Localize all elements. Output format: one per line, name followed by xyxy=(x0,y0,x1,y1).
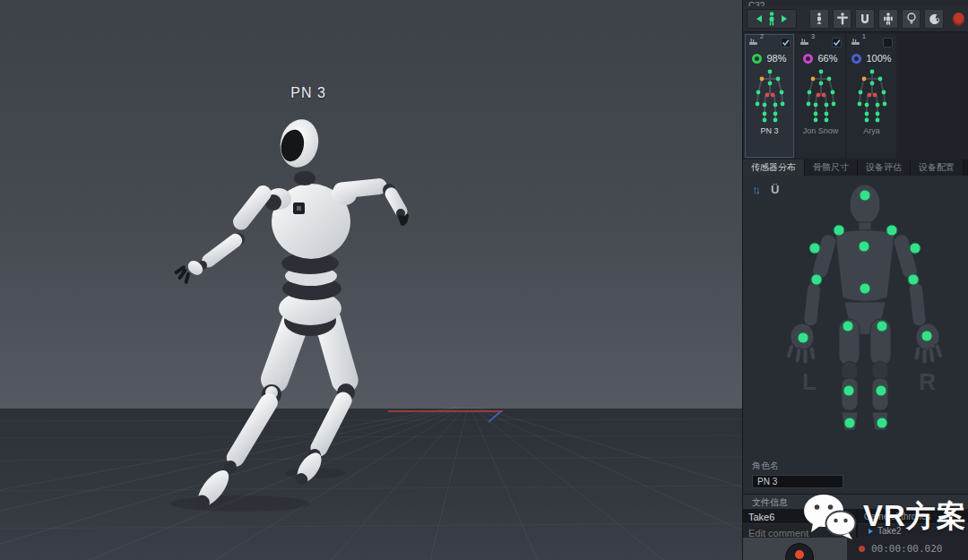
robot-character[interactable] xyxy=(0,0,742,560)
moon-icon xyxy=(929,13,940,25)
magnet-button[interactable] xyxy=(855,9,875,29)
signal-ring xyxy=(851,54,861,64)
actor-switcher[interactable] xyxy=(747,9,797,29)
tpose-calibration-icon xyxy=(836,13,849,25)
alert-dot-icon[interactable] xyxy=(953,13,964,26)
panel-toolbar xyxy=(743,6,968,32)
moon-button[interactable] xyxy=(924,9,944,29)
timecode: 00:00:00.020 xyxy=(871,543,942,555)
device-checkbox[interactable] xyxy=(832,38,842,47)
device-antenna-icon: 1 xyxy=(851,37,860,47)
body-button[interactable] xyxy=(878,9,898,29)
record-dot-icon xyxy=(795,550,804,559)
tab-sensor-map[interactable]: 传感器分布 xyxy=(743,159,805,176)
character-name-section: 角色名 xyxy=(743,458,968,494)
actor-download-icon xyxy=(814,13,825,25)
mini-avatar xyxy=(752,67,788,125)
tab-skeleton-size[interactable]: 骨骼尺寸 xyxy=(805,159,858,176)
right-panel: C32 xyxy=(742,0,968,560)
tab-device-config[interactable]: 设备配置 xyxy=(911,159,964,176)
battery-percent: 98% xyxy=(766,53,786,64)
mini-avatar xyxy=(803,67,839,125)
watermark: VR方案 xyxy=(800,492,967,540)
device-antenna-icon: 3 xyxy=(799,37,809,47)
signal-ring xyxy=(803,54,813,64)
record-button[interactable] xyxy=(785,543,814,560)
device-antenna-icon: 2 xyxy=(748,37,758,47)
character-name-label: 角色名 xyxy=(752,460,959,472)
wechat-icon xyxy=(800,492,858,540)
device-name: PN 3 xyxy=(760,126,778,135)
app-window: PN 3 C32 xyxy=(0,0,968,560)
watermark-text: VR方案 xyxy=(863,496,967,537)
viewport-3d[interactable]: PN 3 xyxy=(0,0,742,560)
tpose-calibration-button[interactable] xyxy=(833,9,852,29)
device-card-jonsnow[interactable]: 3 66% xyxy=(796,34,845,158)
prev-arrow-icon[interactable] xyxy=(756,15,762,22)
device-checkbox[interactable] xyxy=(781,38,791,47)
actor-download-button[interactable] xyxy=(809,9,829,29)
bulb-icon xyxy=(906,13,917,25)
record-indicator-icon xyxy=(859,546,865,552)
actor-icon xyxy=(766,12,777,26)
tab-device-eval[interactable]: 设备评估 xyxy=(858,159,911,176)
battery-percent: 100% xyxy=(866,53,891,64)
character-label: PN 3 xyxy=(264,85,353,101)
device-card-pn3[interactable]: 2 98% xyxy=(745,34,794,158)
next-arrow-icon[interactable] xyxy=(782,15,787,22)
battery-percent: 66% xyxy=(817,53,837,64)
signal-ring xyxy=(752,54,762,64)
device-card-list: 2 98% xyxy=(743,32,968,159)
device-checkbox[interactable] xyxy=(883,38,893,47)
body-figure[interactable] xyxy=(743,176,968,435)
magnet-icon xyxy=(860,13,870,25)
panel-title: C32 xyxy=(743,0,968,6)
device-name: Jon Snow xyxy=(803,126,839,135)
panel-tabs: 传感器分布 骨骼尺寸 设备评估 设备配置 xyxy=(743,159,968,176)
mini-avatar xyxy=(854,67,890,125)
sensor-body-map: ↑↓ Ü L R xyxy=(743,176,968,458)
device-name: Arya xyxy=(863,126,880,135)
body-icon xyxy=(883,13,894,25)
character-name-input[interactable] xyxy=(752,475,843,488)
device-card-arya[interactable]: 1 100% xyxy=(847,34,896,158)
recorder-bar: 00:00:00.020 xyxy=(743,538,968,560)
bulb-button[interactable] xyxy=(902,9,921,29)
